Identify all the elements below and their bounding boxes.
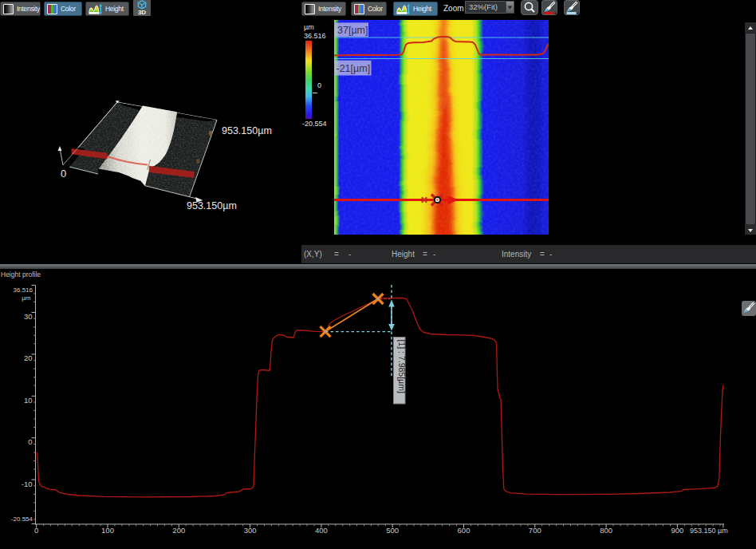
svg-text:953.150 µm: 953.150 µm: [690, 527, 728, 535]
svg-text:0: 0: [34, 526, 38, 535]
svg-text:-10: -10: [22, 480, 33, 488]
svg-text:400: 400: [315, 526, 328, 535]
svg-text:200: 200: [172, 526, 185, 535]
svg-text:700: 700: [529, 526, 541, 535]
svg-text:-20.554: -20.554: [11, 515, 33, 523]
svg-text:900: 900: [671, 526, 683, 535]
svg-text:500: 500: [386, 526, 399, 535]
svg-text:µm: µm: [22, 294, 31, 302]
svg-text:0: 0: [28, 437, 32, 446]
svg-text:953.150µm: 953.150µm: [187, 200, 237, 211]
svg-text:10: 10: [24, 396, 33, 405]
svg-text:953.150µm: 953.150µm: [222, 125, 272, 136]
svg-text:[1] : 7.985[µm]: [1] : 7.985[µm]: [397, 340, 407, 393]
svg-text:800: 800: [600, 526, 612, 535]
svg-text:20: 20: [24, 353, 33, 362]
svg-text:0: 0: [61, 168, 66, 180]
svg-text:-21[µm]: -21[µm]: [337, 63, 371, 74]
svg-text:100: 100: [101, 526, 114, 535]
svg-text:36.516: 36.516: [14, 286, 33, 294]
svg-text:30: 30: [24, 312, 33, 321]
svg-text:3D: 3D: [138, 9, 146, 16]
svg-text:300: 300: [244, 526, 257, 535]
svg-text:Height profile: Height profile: [1, 271, 41, 278]
svg-text:600: 600: [458, 526, 471, 535]
svg-text:37[µm]: 37[µm]: [337, 25, 368, 36]
